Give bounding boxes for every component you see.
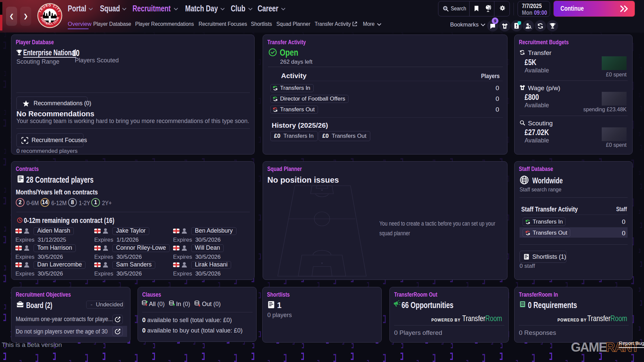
svg-text:89: 89 bbox=[58, 15, 60, 17]
svg-text:GAME: GAME bbox=[571, 340, 607, 354]
svg-text:18: 18 bbox=[40, 15, 42, 17]
